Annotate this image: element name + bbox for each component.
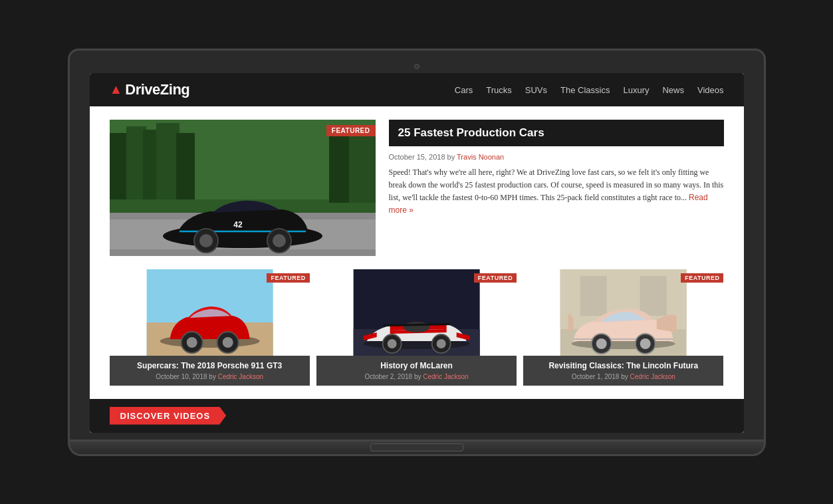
featured-text: 25 Fastest Production Cars October 15, 2… <box>389 120 724 256</box>
laptop-shell: ▲ DriveZing Cars Trucks SUVs The Classic… <box>68 49 766 456</box>
svg-point-30 <box>387 339 396 348</box>
svg-point-39 <box>596 338 607 349</box>
card-author-2[interactable]: Cedric Jackson <box>630 373 675 380</box>
nav-item-luxury[interactable]: Luxury <box>623 84 649 96</box>
article-meta: October 15, 2018 by Travis Noonan <box>389 153 724 161</box>
svg-point-24 <box>222 337 233 348</box>
card-date-0: October 10, 2018 <box>156 373 207 380</box>
nav-menu: Cars Trucks SUVs The Classics Luxury New… <box>455 84 724 96</box>
svg-point-22 <box>186 337 197 348</box>
logo[interactable]: ▲ DriveZing <box>110 81 190 98</box>
article-excerpt: Speed! That's why we're all here, right?… <box>389 166 724 217</box>
main-nav: Cars Trucks SUVs The Classics Luxury New… <box>455 84 724 96</box>
article-date: October 15, 2018 <box>389 153 445 161</box>
card-meta-2: October 1, 2018 by Cedric Jackson <box>530 373 717 380</box>
cards-row: FEATURED Supercars: The 2018 Porsche 911… <box>110 269 724 386</box>
card-info-porsche: Supercars: The 2018 Porsche 911 GT3 Octo… <box>110 356 310 386</box>
laptop-base <box>68 441 766 456</box>
svg-point-14 <box>199 234 213 247</box>
nav-item-trucks[interactable]: Trucks <box>486 84 512 96</box>
card-date-1: October 2, 2018 <box>364 373 412 380</box>
discover-label[interactable]: DISCOVER VIDEOS <box>110 407 227 425</box>
article-title: 25 Fastest Production Cars <box>398 126 715 140</box>
card-title-0: Supercars: The 2018 Porsche 911 GT3 <box>116 361 303 370</box>
featured-badge-main: FEATURED <box>326 125 376 136</box>
card-author-1[interactable]: Cedric Jackson <box>423 373 468 380</box>
svg-rect-8 <box>329 136 349 203</box>
svg-rect-5 <box>156 123 179 199</box>
svg-point-16 <box>273 234 286 247</box>
card-badge-1: FEATURED <box>474 273 517 283</box>
article-by: by <box>447 153 457 161</box>
card-info-lincoln: Revisiting Classics: The Lincoln Futura … <box>523 356 723 386</box>
card-date-2: October 1, 2018 <box>572 373 620 380</box>
featured-car-image: 42 <box>110 120 376 256</box>
svg-rect-6 <box>176 133 195 199</box>
featured-article: 42 FEATURED 25 Fastest Production Cars O… <box>110 120 724 256</box>
logo-text: DriveZing <box>125 81 189 98</box>
nav-item-classics[interactable]: The Classics <box>560 84 610 96</box>
nav-item-videos[interactable]: Videos <box>697 84 724 96</box>
featured-image[interactable]: 42 FEATURED <box>110 120 376 256</box>
card-lincoln[interactable]: FEATURED Revisiting Classics: The Lincol… <box>523 269 723 386</box>
card-mclaren[interactable]: FEATURED History of McLaren October 2, 2… <box>316 269 517 386</box>
discover-section: DISCOVER VIDEOS <box>90 399 744 433</box>
logo-bolt-icon: ▲ <box>110 82 123 97</box>
svg-point-32 <box>436 339 445 348</box>
card-title-1: History of McLaren <box>323 361 510 370</box>
camera <box>414 64 419 69</box>
site-content: 42 FEATURED 25 Fastest Production Cars O… <box>90 106 744 433</box>
card-info-mclaren: History of McLaren October 2, 2018 by Ce… <box>316 356 517 386</box>
svg-rect-36 <box>640 276 667 316</box>
card-badge-2: FEATURED <box>681 273 723 283</box>
svg-point-41 <box>640 338 651 349</box>
card-image-mclaren: FEATURED <box>316 269 517 356</box>
screen-bezel: ▲ DriveZing Cars Trucks SUVs The Classic… <box>68 49 766 441</box>
card-image-lincoln: FEATURED <box>523 269 723 356</box>
card-porsche[interactable]: FEATURED Supercars: The 2018 Porsche 911… <box>110 269 310 386</box>
nav-item-news[interactable]: News <box>662 84 684 96</box>
card-badge-0: FEATURED <box>267 273 309 283</box>
card-author-0[interactable]: Cedric Jackson <box>218 373 263 380</box>
card-meta-0: October 10, 2018 by Cedric Jackson <box>116 373 303 380</box>
laptop-screen: ▲ DriveZing Cars Trucks SUVs The Classic… <box>90 73 744 433</box>
card-image-porsche: FEATURED <box>110 269 310 356</box>
site-header: ▲ DriveZing Cars Trucks SUVs The Classic… <box>90 73 744 106</box>
svg-text:42: 42 <box>233 220 243 229</box>
nav-item-suvs[interactable]: SUVs <box>525 84 547 96</box>
card-title-2: Revisiting Classics: The Lincoln Futura <box>530 361 717 370</box>
svg-point-28 <box>403 322 429 332</box>
trackpad[interactable] <box>370 443 463 451</box>
nav-item-cars[interactable]: Cars <box>455 84 473 96</box>
card-meta-1: October 2, 2018 by Cedric Jackson <box>323 373 510 380</box>
svg-rect-35 <box>580 276 607 316</box>
article-author[interactable]: Travis Noonan <box>457 153 504 161</box>
article-title-block[interactable]: 25 Fastest Production Cars <box>389 120 724 146</box>
